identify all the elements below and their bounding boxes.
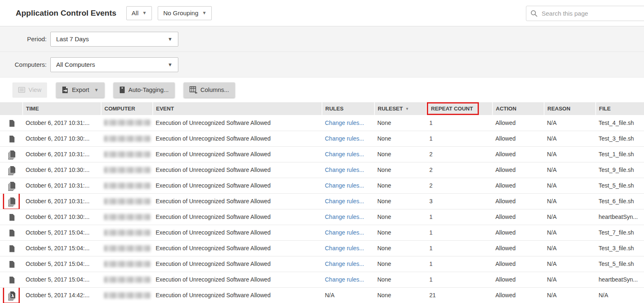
column-header-event[interactable]: EVENT — [153, 102, 322, 115]
computer-cell — [101, 272, 153, 287]
table-row[interactable]: October 6, 2017 10:30:... Execution of U… — [0, 162, 644, 178]
change-rules-link[interactable]: Change rules... — [325, 229, 364, 236]
action-cell: Allowed — [492, 115, 544, 131]
time-cell: October 6, 2017 10:30:... — [23, 209, 101, 225]
column-header-icon — [0, 102, 23, 115]
action-cell: Allowed — [492, 193, 544, 209]
column-header-computer[interactable]: COMPUTER — [101, 102, 153, 115]
time-cell: October 6, 2017 10:30:... — [23, 162, 101, 178]
column-header-reason[interactable]: REASON — [544, 102, 596, 115]
repeat-count-cell: 2 — [426, 162, 492, 178]
repeat-count-cell: 2 — [426, 178, 492, 193]
caret-down-icon: ▼ — [142, 11, 147, 15]
ruleset-cell: None — [374, 240, 426, 256]
table-row[interactable]: October 6, 2017 10:31:... Execution of U… — [0, 115, 644, 131]
change-rules-link[interactable]: Change rules... — [325, 245, 364, 251]
event-icon-cell — [0, 162, 23, 178]
file-cell: Test_3_file.sh — [596, 240, 644, 256]
export-button[interactable]: Export ▼ — [56, 82, 104, 98]
file-cell: Test_1_file.sh — [596, 146, 644, 162]
computer-cell — [101, 240, 153, 256]
table-row[interactable]: October 6, 2017 10:31:... Execution of U… — [0, 178, 644, 193]
file-cell: N/A — [596, 287, 644, 303]
time-cell: October 5, 2017 15:04:... — [23, 240, 101, 256]
action-cell: Allowed — [492, 178, 544, 193]
column-header-time[interactable]: TIME — [23, 102, 101, 115]
table-row[interactable]: October 6, 2017 10:31:... Execution of U… — [0, 193, 644, 209]
redacted-computer-name — [104, 183, 150, 189]
page-header: Application Control Events All ▼ No Grou… — [0, 0, 644, 26]
computers-select[interactable]: All Computers ▼ — [50, 57, 178, 72]
reason-cell: N/A — [544, 225, 596, 240]
reason-cell: N/A — [544, 193, 596, 209]
redacted-computer-name — [104, 230, 150, 236]
event-icon-cell — [0, 225, 23, 240]
search-input[interactable] — [542, 10, 642, 17]
grouping-dropdown[interactable]: No Grouping ▼ — [158, 6, 212, 20]
table-row[interactable]: October 5, 2017 15:04:... Execution of U… — [0, 225, 644, 240]
caret-down-icon: ▼ — [168, 37, 173, 42]
reason-cell: N/A — [544, 115, 596, 131]
action-cell: Allowed — [492, 240, 544, 256]
reason-cell: N/A — [544, 162, 596, 178]
ruleset-cell: None — [374, 209, 426, 225]
rules-cell: N/A — [322, 287, 374, 303]
event-scope-value: All — [132, 9, 139, 16]
action-cell: Allowed — [492, 162, 544, 178]
file-cell: Test_5_file.sh — [596, 256, 644, 272]
auto-tagging-button[interactable]: Auto-Tagging... — [114, 82, 175, 98]
ruleset-cell: None — [374, 287, 426, 303]
toolbar: View Export ▼ Auto-Tagging... Columns... — [0, 78, 644, 102]
table-row[interactable]: October 5, 2017 15:04:... Execution of U… — [0, 256, 644, 272]
computer-cell — [101, 131, 153, 146]
column-header-action[interactable]: ACTION — [492, 102, 544, 115]
table-row[interactable]: λ October 5, 2017 14:42:... Execution of… — [0, 287, 644, 303]
repeat-count-cell: 1 — [426, 131, 492, 146]
table-row[interactable]: October 6, 2017 10:30:... Execution of U… — [0, 131, 644, 146]
change-rules-link[interactable]: Change rules... — [325, 135, 364, 142]
reason-cell: N/A — [544, 131, 596, 146]
columns-label: Columns... — [201, 87, 229, 93]
change-rules-link[interactable]: Change rules... — [325, 198, 364, 204]
table-row[interactable]: October 5, 2017 15:04:... Execution of U… — [0, 272, 644, 287]
column-header-file[interactable]: FILE — [596, 102, 644, 115]
period-select[interactable]: Last 7 Days ▼ — [50, 32, 178, 47]
svg-text:λ: λ — [11, 293, 14, 298]
change-rules-link[interactable]: Change rules... — [325, 276, 364, 283]
table-header-row: TIME COMPUTER EVENT RULES RULESET▼ REPEA… — [0, 102, 644, 115]
table-body: October 6, 2017 10:31:... Execution of U… — [0, 115, 644, 303]
grouped-events-icon — [7, 181, 17, 191]
action-cell: Allowed — [492, 146, 544, 162]
action-cell: Allowed — [492, 287, 544, 303]
column-header-rules[interactable]: RULES — [322, 102, 374, 115]
computer-cell — [101, 225, 153, 240]
export-label: Export — [72, 87, 89, 93]
change-rules-link[interactable]: Change rules... — [325, 214, 364, 220]
change-rules-link[interactable]: Change rules... — [325, 182, 364, 189]
file-cell: Test_3_file.sh — [596, 131, 644, 146]
columns-button[interactable]: Columns... — [184, 82, 235, 98]
column-header-repeat-count[interactable]: REPEAT COUNT — [426, 102, 492, 115]
event-cell: Execution of Unrecognized Software Allow… — [153, 178, 322, 193]
rules-cell: Change rules... — [322, 272, 374, 287]
table-row[interactable]: October 6, 2017 10:30:... Execution of U… — [0, 209, 644, 225]
rules-cell: Change rules... — [322, 146, 374, 162]
search-box[interactable] — [526, 6, 644, 21]
table-row[interactable]: October 5, 2017 15:04:... Execution of U… — [0, 240, 644, 256]
change-rules-link[interactable]: Change rules... — [325, 261, 364, 267]
table-row[interactable]: October 6, 2017 10:31:... Execution of U… — [0, 146, 644, 162]
rules-cell: Change rules... — [322, 256, 374, 272]
sort-caret-icon: ▼ — [405, 107, 409, 111]
change-rules-link[interactable]: Change rules... — [325, 167, 364, 173]
grouping-value: No Grouping — [163, 9, 198, 16]
event-icon-cell — [0, 272, 23, 287]
view-button[interactable]: View — [12, 82, 47, 98]
event-scope-dropdown[interactable]: All ▼ — [126, 6, 152, 20]
change-rules-link[interactable]: Change rules... — [325, 151, 364, 157]
computers-filter-row: Computers: All Computers ▼ — [0, 52, 644, 78]
ruleset-cell: None — [374, 256, 426, 272]
change-rules-link[interactable]: Change rules... — [325, 120, 364, 126]
period-filter-row: Period: Last 7 Days ▼ — [0, 26, 644, 52]
event-icon-cell — [0, 193, 23, 209]
column-header-ruleset[interactable]: RULESET▼ — [374, 102, 426, 115]
